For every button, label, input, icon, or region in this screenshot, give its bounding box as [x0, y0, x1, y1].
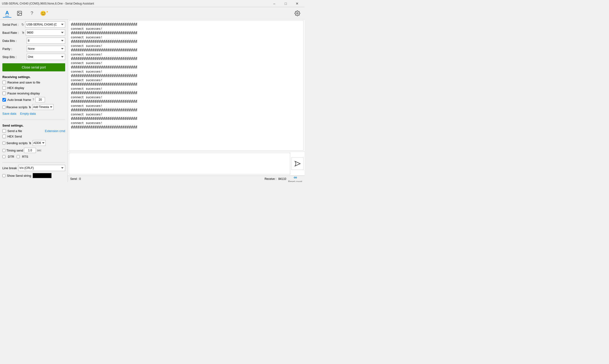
emoji-icon[interactable]: 😊★: [40, 9, 49, 18]
font-icon[interactable]: A: [3, 9, 12, 18]
hex-display-label[interactable]: HEX display: [7, 86, 24, 90]
close-button[interactable]: ✕: [292, 0, 303, 7]
svg-marker-3: [295, 161, 300, 166]
baud-rate-label: Baud Rate :: [2, 31, 21, 35]
baud-rate-row: Baud Rate : 🖱 9600: [2, 29, 65, 36]
color-picker-button[interactable]: [33, 173, 52, 178]
add-timestamp-select[interactable]: Add Timesta: [32, 104, 53, 110]
show-send-checkbox[interactable]: [2, 174, 5, 177]
line-break-select[interactable]: \r\n (CRLF) \n (LF) \r (CR) None: [18, 165, 65, 171]
receive-save-row: Receive and save to file: [2, 81, 65, 84]
serial-port-row: Serial Port : ↻ USB-SERIAL CH340 (C: [2, 21, 65, 28]
dtr-rts-row: DTR RTS: [2, 155, 65, 158]
auto-break-checkbox[interactable]: [2, 98, 6, 102]
sec-label: sec: [37, 149, 41, 152]
maximize-button[interactable]: □: [280, 0, 291, 7]
save-empty-row: Save data Empty data: [2, 112, 65, 115]
minimize-button[interactable]: –: [269, 0, 280, 7]
line-break-label: Line break: [2, 166, 17, 170]
receive-scripts-row: Receive scripts 🖱 Add Timesta: [2, 104, 65, 110]
send-count: Send : 0: [70, 177, 81, 181]
title-bar-left: USB-SERIAL CH340 (COM3),9600,None,8,One …: [2, 2, 94, 5]
app-title: USB-SERIAL CH340 (COM3),9600,None,8,One …: [2, 2, 94, 5]
send-file-checkbox[interactable]: [2, 129, 6, 133]
empty-data-button[interactable]: Empty data: [20, 112, 36, 115]
divider-1: [2, 120, 65, 120]
send-file-label[interactable]: Send a file: [7, 129, 22, 133]
rts-label[interactable]: RTS: [22, 155, 28, 158]
receive-scripts-label[interactable]: Receive scripts: [6, 105, 27, 109]
sending-scripts-label[interactable]: Sending scripts: [6, 141, 28, 145]
data-bits-row: Data Bits : 8: [2, 38, 65, 44]
receive-label: Receive :: [265, 177, 276, 181]
question-mark-icon[interactable]: ?: [33, 98, 34, 101]
send-label: Send :: [70, 177, 78, 181]
send-value: 0: [79, 177, 81, 181]
baud-rate-select[interactable]: 9600: [26, 29, 65, 36]
receiving-settings-title: Receiving settings.: [2, 75, 65, 79]
dtr-label[interactable]: DTR: [8, 155, 14, 158]
main-layout: Serial Port : ↻ USB-SERIAL CH340 (C Baud…: [0, 20, 305, 182]
toolbar-left: A ? 😊★: [3, 9, 49, 18]
status-right: Receive : 84110 ∞ Reset count: [265, 175, 302, 182]
sending-scripts-row: Sending scripts 🖱 ADD8: [2, 140, 65, 146]
reset-count-label[interactable]: Reset count: [288, 180, 302, 182]
send-file-checkbox-row: Send a file: [2, 129, 22, 133]
hex-send-checkbox[interactable]: [2, 135, 6, 138]
show-send-row: Show Send string: [2, 173, 65, 178]
parity-row: Parity : None: [2, 46, 65, 52]
parity-select[interactable]: None: [27, 46, 65, 52]
infinity-icon: ∞: [294, 175, 297, 180]
receive-area[interactable]: ที่ที่ที่ที่ที่ที่ที่ที่ที่ที่ที่ที่ที่ท…: [69, 20, 304, 151]
auto-break-label[interactable]: Auto break frame: [7, 98, 31, 102]
image-icon[interactable]: [15, 9, 24, 18]
status-bar: Send : 0 Receive : 84110 ∞ Reset count: [68, 175, 305, 182]
divider-2: [2, 162, 65, 162]
timing-send-row: Timing send sec: [2, 148, 65, 153]
pause-receiving-row: Pause receiving display: [2, 91, 65, 95]
reset-count-area: ∞ Reset count: [288, 175, 302, 182]
extension-cmd-button[interactable]: Extension cmd: [45, 129, 65, 133]
send-textarea[interactable]: [69, 153, 290, 174]
parity-label: Parity :: [2, 47, 21, 51]
toolbar: A ? 😊★: [0, 7, 305, 20]
refresh-icon[interactable]: ↻: [21, 23, 24, 26]
save-data-button[interactable]: Save data: [2, 112, 16, 115]
show-send-label[interactable]: Show Send string: [7, 174, 31, 178]
mouse-icon: 🖱: [21, 31, 25, 35]
receive-value: 84110: [278, 177, 286, 181]
sending-scripts-mouse-icon: 🖱: [28, 141, 32, 145]
receive-save-checkbox[interactable]: [2, 81, 6, 84]
title-bar-controls: – □ ✕: [269, 0, 303, 7]
stop-bits-label: Stop Bits :: [2, 55, 21, 59]
title-bar: USB-SERIAL CH340 (COM3),9600,None,8,One …: [0, 0, 305, 7]
pause-receiving-label[interactable]: Pause receiving display: [7, 91, 40, 95]
settings-icon[interactable]: [293, 9, 302, 18]
close-port-button[interactable]: Close serial port: [2, 63, 65, 71]
auto-break-row: Auto break frame ?: [2, 97, 65, 102]
sending-scripts-checkbox[interactable]: [2, 142, 5, 145]
svg-point-1: [18, 12, 19, 13]
right-panel: ที่ที่ที่ที่ที่ที่ที่ที่ที่ที่ที่ที่ที่ท…: [68, 20, 305, 182]
pause-receiving-checkbox[interactable]: [2, 91, 6, 95]
rts-checkbox[interactable]: [17, 155, 20, 158]
hex-send-label[interactable]: HEX Send: [7, 135, 22, 138]
receive-save-label[interactable]: Receive and save to file: [7, 81, 40, 84]
send-area-container: [68, 152, 305, 175]
send-settings-title: Send settings.: [2, 124, 65, 127]
auto-break-input[interactable]: [36, 97, 45, 102]
data-bits-select[interactable]: 8: [27, 38, 65, 44]
timing-send-input[interactable]: [24, 148, 36, 153]
timing-send-checkbox[interactable]: [2, 149, 5, 152]
serial-port-label: Serial Port :: [2, 23, 21, 26]
dtr-checkbox[interactable]: [2, 155, 5, 158]
timing-send-label[interactable]: Timing send: [6, 149, 23, 152]
serial-port-select[interactable]: USB-SERIAL CH340 (C: [25, 21, 65, 28]
scripts-select[interactable]: ADD8: [33, 140, 46, 146]
send-button[interactable]: [291, 157, 304, 170]
hex-display-checkbox[interactable]: [2, 86, 6, 90]
line-break-row: Line break \r\n (CRLF) \n (LF) \r (CR) N…: [2, 165, 65, 171]
stop-bits-select[interactable]: One: [27, 54, 65, 60]
help-icon[interactable]: ?: [28, 9, 36, 18]
receive-scripts-checkbox[interactable]: [2, 106, 5, 109]
